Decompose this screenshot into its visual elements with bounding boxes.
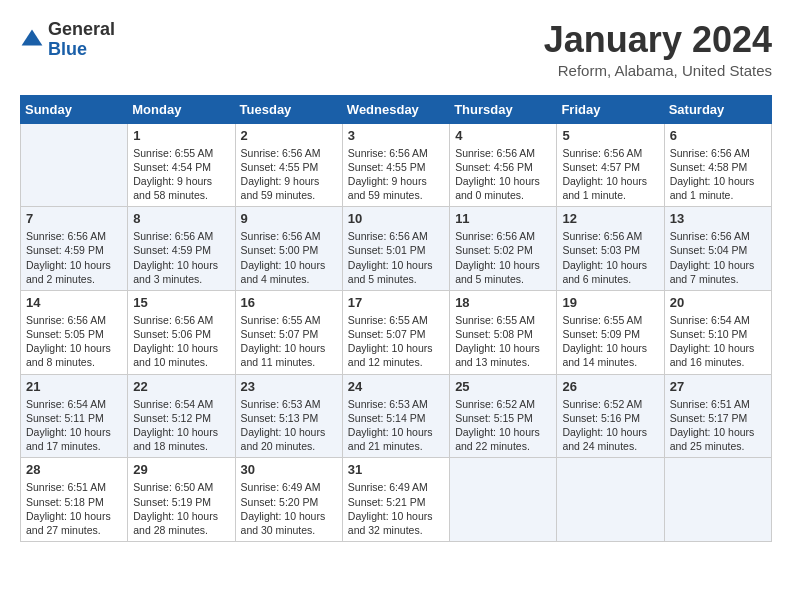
- weekday-header-tuesday: Tuesday: [235, 95, 342, 123]
- day-number: 9: [241, 211, 337, 226]
- day-info: Sunrise: 6:49 AM Sunset: 5:21 PM Dayligh…: [348, 480, 444, 537]
- day-number: 28: [26, 462, 122, 477]
- day-info: Sunrise: 6:52 AM Sunset: 5:15 PM Dayligh…: [455, 397, 551, 454]
- calendar-cell: 9Sunrise: 6:56 AM Sunset: 5:00 PM Daylig…: [235, 207, 342, 291]
- calendar-cell: 7Sunrise: 6:56 AM Sunset: 4:59 PM Daylig…: [21, 207, 128, 291]
- day-info: Sunrise: 6:56 AM Sunset: 5:00 PM Dayligh…: [241, 229, 337, 286]
- calendar-table: SundayMondayTuesdayWednesdayThursdayFrid…: [20, 95, 772, 542]
- calendar-cell: 12Sunrise: 6:56 AM Sunset: 5:03 PM Dayli…: [557, 207, 664, 291]
- day-number: 17: [348, 295, 444, 310]
- day-number: 1: [133, 128, 229, 143]
- day-number: 10: [348, 211, 444, 226]
- calendar-cell: 14Sunrise: 6:56 AM Sunset: 5:05 PM Dayli…: [21, 290, 128, 374]
- day-number: 15: [133, 295, 229, 310]
- day-info: Sunrise: 6:56 AM Sunset: 5:01 PM Dayligh…: [348, 229, 444, 286]
- calendar-cell: 22Sunrise: 6:54 AM Sunset: 5:12 PM Dayli…: [128, 374, 235, 458]
- calendar-cell: 26Sunrise: 6:52 AM Sunset: 5:16 PM Dayli…: [557, 374, 664, 458]
- day-info: Sunrise: 6:56 AM Sunset: 4:56 PM Dayligh…: [455, 146, 551, 203]
- calendar-cell: 19Sunrise: 6:55 AM Sunset: 5:09 PM Dayli…: [557, 290, 664, 374]
- day-info: Sunrise: 6:53 AM Sunset: 5:13 PM Dayligh…: [241, 397, 337, 454]
- page-header: General Blue January 2024 Reform, Alabam…: [20, 20, 772, 79]
- calendar-cell: 28Sunrise: 6:51 AM Sunset: 5:18 PM Dayli…: [21, 458, 128, 542]
- day-info: Sunrise: 6:54 AM Sunset: 5:10 PM Dayligh…: [670, 313, 766, 370]
- calendar-cell: 18Sunrise: 6:55 AM Sunset: 5:08 PM Dayli…: [450, 290, 557, 374]
- calendar-cell: 16Sunrise: 6:55 AM Sunset: 5:07 PM Dayli…: [235, 290, 342, 374]
- day-info: Sunrise: 6:50 AM Sunset: 5:19 PM Dayligh…: [133, 480, 229, 537]
- calendar-cell: 4Sunrise: 6:56 AM Sunset: 4:56 PM Daylig…: [450, 123, 557, 207]
- day-info: Sunrise: 6:49 AM Sunset: 5:20 PM Dayligh…: [241, 480, 337, 537]
- week-row-1: 1Sunrise: 6:55 AM Sunset: 4:54 PM Daylig…: [21, 123, 772, 207]
- calendar-cell: 1Sunrise: 6:55 AM Sunset: 4:54 PM Daylig…: [128, 123, 235, 207]
- day-info: Sunrise: 6:51 AM Sunset: 5:18 PM Dayligh…: [26, 480, 122, 537]
- day-info: Sunrise: 6:56 AM Sunset: 4:59 PM Dayligh…: [26, 229, 122, 286]
- calendar-cell: 13Sunrise: 6:56 AM Sunset: 5:04 PM Dayli…: [664, 207, 771, 291]
- day-info: Sunrise: 6:56 AM Sunset: 5:04 PM Dayligh…: [670, 229, 766, 286]
- day-info: Sunrise: 6:56 AM Sunset: 4:55 PM Dayligh…: [348, 146, 444, 203]
- calendar-cell: 11Sunrise: 6:56 AM Sunset: 5:02 PM Dayli…: [450, 207, 557, 291]
- calendar-cell: [450, 458, 557, 542]
- day-info: Sunrise: 6:55 AM Sunset: 5:08 PM Dayligh…: [455, 313, 551, 370]
- day-info: Sunrise: 6:56 AM Sunset: 4:59 PM Dayligh…: [133, 229, 229, 286]
- day-number: 13: [670, 211, 766, 226]
- logo-blue-text: Blue: [48, 39, 87, 59]
- calendar-cell: 31Sunrise: 6:49 AM Sunset: 5:21 PM Dayli…: [342, 458, 449, 542]
- day-number: 26: [562, 379, 658, 394]
- calendar-cell: 5Sunrise: 6:56 AM Sunset: 4:57 PM Daylig…: [557, 123, 664, 207]
- day-number: 2: [241, 128, 337, 143]
- calendar-cell: [557, 458, 664, 542]
- svg-marker-0: [22, 29, 43, 45]
- day-number: 30: [241, 462, 337, 477]
- weekday-header-thursday: Thursday: [450, 95, 557, 123]
- title-block: January 2024 Reform, Alabama, United Sta…: [544, 20, 772, 79]
- calendar-cell: 29Sunrise: 6:50 AM Sunset: 5:19 PM Dayli…: [128, 458, 235, 542]
- day-number: 12: [562, 211, 658, 226]
- day-info: Sunrise: 6:55 AM Sunset: 5:07 PM Dayligh…: [241, 313, 337, 370]
- week-row-5: 28Sunrise: 6:51 AM Sunset: 5:18 PM Dayli…: [21, 458, 772, 542]
- day-number: 7: [26, 211, 122, 226]
- day-number: 23: [241, 379, 337, 394]
- day-number: 31: [348, 462, 444, 477]
- logo: General Blue: [20, 20, 115, 60]
- calendar-body: 1Sunrise: 6:55 AM Sunset: 4:54 PM Daylig…: [21, 123, 772, 541]
- week-row-2: 7Sunrise: 6:56 AM Sunset: 4:59 PM Daylig…: [21, 207, 772, 291]
- day-info: Sunrise: 6:56 AM Sunset: 5:05 PM Dayligh…: [26, 313, 122, 370]
- calendar-cell: 24Sunrise: 6:53 AM Sunset: 5:14 PM Dayli…: [342, 374, 449, 458]
- day-info: Sunrise: 6:56 AM Sunset: 4:55 PM Dayligh…: [241, 146, 337, 203]
- day-number: 25: [455, 379, 551, 394]
- weekday-header-friday: Friday: [557, 95, 664, 123]
- calendar-cell: [664, 458, 771, 542]
- calendar-cell: 23Sunrise: 6:53 AM Sunset: 5:13 PM Dayli…: [235, 374, 342, 458]
- weekday-header-monday: Monday: [128, 95, 235, 123]
- day-number: 6: [670, 128, 766, 143]
- day-number: 11: [455, 211, 551, 226]
- day-info: Sunrise: 6:51 AM Sunset: 5:17 PM Dayligh…: [670, 397, 766, 454]
- day-info: Sunrise: 6:56 AM Sunset: 5:06 PM Dayligh…: [133, 313, 229, 370]
- calendar-header: SundayMondayTuesdayWednesdayThursdayFrid…: [21, 95, 772, 123]
- calendar-cell: 25Sunrise: 6:52 AM Sunset: 5:15 PM Dayli…: [450, 374, 557, 458]
- month-title: January 2024: [544, 20, 772, 60]
- day-info: Sunrise: 6:52 AM Sunset: 5:16 PM Dayligh…: [562, 397, 658, 454]
- calendar-cell: 17Sunrise: 6:55 AM Sunset: 5:07 PM Dayli…: [342, 290, 449, 374]
- week-row-3: 14Sunrise: 6:56 AM Sunset: 5:05 PM Dayli…: [21, 290, 772, 374]
- day-info: Sunrise: 6:54 AM Sunset: 5:12 PM Dayligh…: [133, 397, 229, 454]
- day-info: Sunrise: 6:55 AM Sunset: 4:54 PM Dayligh…: [133, 146, 229, 203]
- day-number: 20: [670, 295, 766, 310]
- day-number: 5: [562, 128, 658, 143]
- day-info: Sunrise: 6:55 AM Sunset: 5:09 PM Dayligh…: [562, 313, 658, 370]
- calendar-cell: 27Sunrise: 6:51 AM Sunset: 5:17 PM Dayli…: [664, 374, 771, 458]
- day-number: 16: [241, 295, 337, 310]
- weekday-header-wednesday: Wednesday: [342, 95, 449, 123]
- calendar-cell: [21, 123, 128, 207]
- weekday-header-sunday: Sunday: [21, 95, 128, 123]
- logo-text: General Blue: [48, 20, 115, 60]
- day-number: 29: [133, 462, 229, 477]
- day-number: 18: [455, 295, 551, 310]
- calendar-cell: 6Sunrise: 6:56 AM Sunset: 4:58 PM Daylig…: [664, 123, 771, 207]
- logo-icon: [20, 28, 44, 52]
- day-info: Sunrise: 6:53 AM Sunset: 5:14 PM Dayligh…: [348, 397, 444, 454]
- day-info: Sunrise: 6:54 AM Sunset: 5:11 PM Dayligh…: [26, 397, 122, 454]
- calendar-cell: 3Sunrise: 6:56 AM Sunset: 4:55 PM Daylig…: [342, 123, 449, 207]
- day-info: Sunrise: 6:56 AM Sunset: 4:58 PM Dayligh…: [670, 146, 766, 203]
- day-number: 19: [562, 295, 658, 310]
- calendar-cell: 10Sunrise: 6:56 AM Sunset: 5:01 PM Dayli…: [342, 207, 449, 291]
